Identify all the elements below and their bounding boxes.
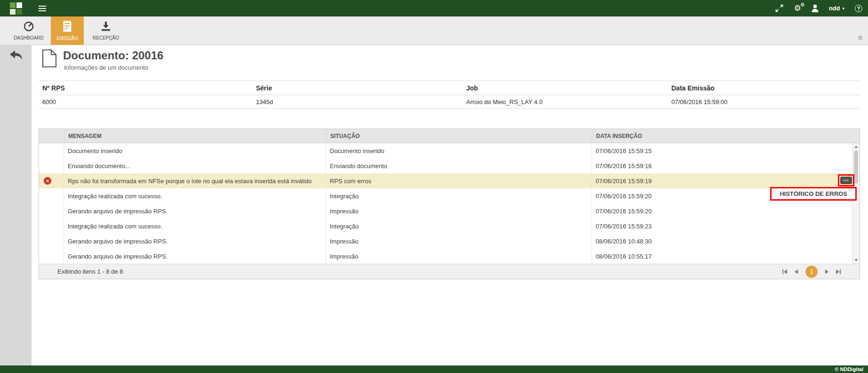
tab-label: RECEPÇÃO xyxy=(93,35,119,41)
info-value-serie: 1345d xyxy=(252,98,462,105)
column-data-insercao: DATA INSERÇÃO xyxy=(592,129,860,143)
cell-situacao: Integração xyxy=(326,219,592,234)
cell-data: 07/06/2016 15:59:15 xyxy=(592,143,852,158)
error-row-annotation-box: ••• xyxy=(838,174,854,186)
toolbar-tabs: DASHBOARD EMISSÃO RECEPÇÃO xyxy=(0,16,868,45)
scroll-up-icon[interactable] xyxy=(854,146,858,148)
page-header: Documento: 20016 Informações de um docum… xyxy=(41,49,163,71)
info-value-data-emissao: 07/06/2016 15:59:00 xyxy=(668,98,860,105)
cell-mensagem: Enviando documento... xyxy=(64,158,326,173)
info-value-rps: 6000 xyxy=(39,98,252,105)
column-mensagem: MENSAGEM xyxy=(64,129,326,143)
main-content: Documento: 20016 Informações de um docum… xyxy=(32,45,868,365)
table-row: Gerando arquivo de impressão RPS. Impres… xyxy=(39,234,860,249)
info-label-serie: Série xyxy=(252,84,462,92)
cell-data: 08/06/2016 10:48:30 xyxy=(592,234,852,249)
info-label-rps: Nº RPS xyxy=(39,84,252,92)
table-row-error: × Rps não foi transformada em NFSe porqu… xyxy=(39,173,860,188)
next-page-button[interactable] xyxy=(824,269,829,275)
page-subtitle: Informações de um documento xyxy=(64,64,163,71)
username: ndd xyxy=(829,5,840,12)
document-info: Nº RPS Série Job Data Emissão 6000 1345d… xyxy=(39,81,860,109)
topbar: ⚙ ⚙ ndd ▾ ? xyxy=(0,0,868,16)
table-row: Gerando arquivo de impressão RPS. Impres… xyxy=(39,203,860,219)
cell-situacao: Impressão xyxy=(326,249,592,264)
scrollbar-thumb[interactable] xyxy=(854,151,858,184)
cell-mensagem: Gerando arquivo de impressão RPS. xyxy=(64,249,326,264)
copyright: © NDDigital xyxy=(835,366,863,372)
tab-label: EMISSÃO xyxy=(56,36,78,41)
tab-dashboard[interactable]: DASHBOARD xyxy=(12,16,45,45)
cell-mensagem: Gerando arquivo de impressão RPS. xyxy=(64,234,326,249)
cell-situacao: Enviando documento xyxy=(326,158,592,173)
app-logo-icon xyxy=(10,2,22,15)
vertical-scrollbar[interactable] xyxy=(852,143,860,264)
table-row: Integração realizada com sucesso. Integr… xyxy=(39,188,860,203)
help-icon[interactable]: ? xyxy=(855,5,862,12)
document-emission-icon xyxy=(63,20,72,33)
info-value-job: Arroio do Meio_RS_LAY 4.0 xyxy=(462,98,668,105)
cell-situacao: Integração xyxy=(326,188,592,203)
last-page-button[interactable] xyxy=(836,269,841,275)
sidebar xyxy=(0,45,32,365)
cell-data: 07/06/2016 15:59:23 xyxy=(592,219,852,234)
info-label-data-emissao: Data Emissão xyxy=(668,84,860,92)
tab-recepcao[interactable]: RECEPÇÃO xyxy=(89,16,122,45)
items-count: Exibindo itens 1 - 8 de 8 xyxy=(57,268,123,275)
cell-situacao: RPS com erros xyxy=(326,173,592,188)
prev-page-button[interactable] xyxy=(794,269,799,275)
fullscreen-icon[interactable] xyxy=(775,4,783,12)
cell-mensagem: Rps não foi transformada em NFSe porque … xyxy=(64,173,326,188)
cell-mensagem: Documento inserido xyxy=(64,143,326,158)
user-menu[interactable]: ndd ▾ xyxy=(829,5,844,12)
cell-mensagem: Integração realizada com sucesso. xyxy=(64,188,326,203)
collapse-toolbar-icon[interactable] xyxy=(857,34,863,42)
cell-data: 08/06/2016 10:55:17 xyxy=(592,249,852,264)
table-footer: Exibindo itens 1 - 8 de 8 1 xyxy=(39,264,860,279)
scroll-down-icon[interactable] xyxy=(854,259,858,261)
settings-icon[interactable]: ⚙ ⚙ xyxy=(794,4,801,12)
table-row: Documento inserido Documento inserido 07… xyxy=(39,143,860,158)
error-icon: × xyxy=(44,177,51,185)
current-page-button[interactable]: 1 xyxy=(805,266,818,278)
cell-situacao: Documento inserido xyxy=(326,143,592,158)
tab-emissao[interactable]: EMISSÃO xyxy=(51,16,84,45)
cell-data: 07/06/2016 15:59:19 xyxy=(592,173,852,188)
cell-mensagem: Integração realizada com sucesso. xyxy=(64,219,326,234)
table-row: Gerando arquivo de impressão RPS. Impres… xyxy=(39,249,860,264)
cell-situacao: Impressão xyxy=(326,203,592,219)
tab-label: DASHBOARD xyxy=(14,35,43,41)
user-icon[interactable] xyxy=(812,4,819,12)
cell-situacao: Impressão xyxy=(326,234,592,249)
cell-mensagem: Gerando arquivo de impressão RPS. xyxy=(64,203,326,219)
footer-bar: © NDDigital xyxy=(0,365,868,373)
table-row: Enviando documento... Enviando documento… xyxy=(39,158,860,173)
first-page-button[interactable] xyxy=(782,269,788,275)
back-button[interactable] xyxy=(9,49,23,64)
caret-down-icon: ▾ xyxy=(842,6,844,11)
more-options-button[interactable]: ••• xyxy=(840,177,852,184)
document-icon xyxy=(41,49,57,71)
messages-table: MENSAGEM SITUAÇÃO DATA INSERÇÃO Document… xyxy=(39,129,860,279)
dashboard-icon xyxy=(22,21,35,33)
table-header: MENSAGEM SITUAÇÃO DATA INSERÇÃO xyxy=(39,129,860,143)
column-status-icon xyxy=(39,129,64,143)
table-row: Integração realizada com sucesso. Integr… xyxy=(39,219,860,234)
menu-icon[interactable] xyxy=(39,6,46,11)
column-situacao: SITUAÇÃO xyxy=(326,129,592,143)
cell-data: 07/06/2016 15:59:20 xyxy=(592,203,852,219)
table-body: Documento inserido Documento inserido 07… xyxy=(39,143,860,264)
error-history-menu-item[interactable]: HISTÓRICO DE ERROS xyxy=(770,187,857,201)
pagination: 1 xyxy=(782,266,841,278)
cell-data: 07/06/2016 15:59:16 xyxy=(592,158,852,173)
info-label-job: Job xyxy=(462,84,668,92)
download-icon xyxy=(100,21,111,33)
page-title: Documento: 20016 xyxy=(63,49,163,63)
